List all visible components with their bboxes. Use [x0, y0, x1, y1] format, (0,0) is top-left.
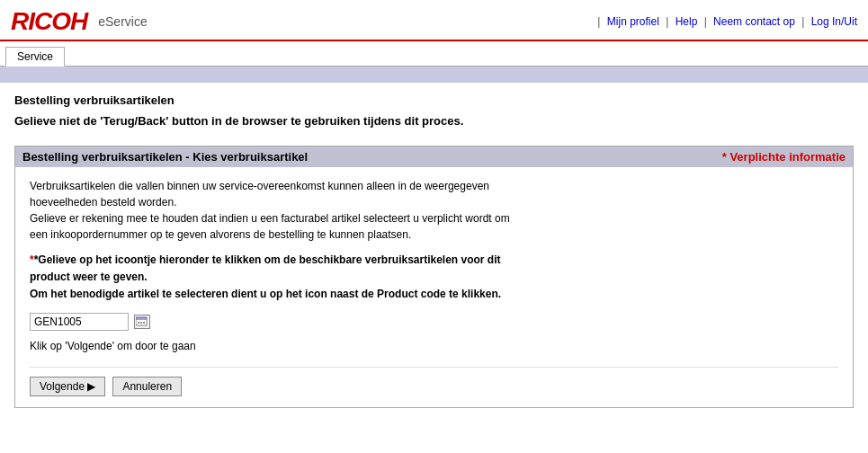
- purple-bar: [0, 67, 868, 83]
- info-line1: Verbruiksartikelen die vallen binnen uw …: [30, 180, 489, 192]
- product-code-input[interactable]: [30, 313, 129, 331]
- product-icon-button[interactable]: [134, 315, 150, 329]
- annuleren-button[interactable]: Annuleren: [112, 377, 182, 396]
- nav-separator: |: [597, 15, 600, 28]
- required-label: * Verplichte informatie: [722, 150, 846, 164]
- nav-separator: |: [666, 15, 671, 28]
- nav-separator: |: [704, 15, 710, 28]
- instr-line3: Om het benodigde artikel te selecteren d…: [30, 288, 501, 300]
- eservice-label: eService: [98, 14, 147, 29]
- page-title: Bestelling verbruiksartikelen: [14, 93, 854, 107]
- mijn-profiel-link[interactable]: Mijn profiel: [607, 15, 659, 28]
- help-link[interactable]: Help: [676, 15, 698, 28]
- svg-rect-2: [138, 322, 139, 324]
- instr-line1: *Gelieve op het icoontje hieronder te kl…: [34, 253, 501, 266]
- button-row: Volgende ▶ Annuleren: [30, 377, 838, 396]
- login-link[interactable]: Log In/Uit: [811, 15, 857, 28]
- header: RICOH eService | Mijn profiel | Help | N…: [0, 0, 868, 41]
- ricoh-logo: RICOH: [11, 7, 87, 36]
- instruction-text: **Gelieve op het icoontje hieronder te k…: [30, 252, 838, 304]
- contact-link[interactable]: Neem contact op: [713, 15, 795, 28]
- section-title: Bestelling verbruiksartikelen - Kies ver…: [22, 150, 308, 164]
- instr-line2: product weer te geven.: [30, 271, 148, 283]
- svg-rect-3: [140, 322, 142, 324]
- info-line4: een inkoopordernummer op te geven alvore…: [30, 228, 411, 241]
- svg-rect-1: [136, 317, 147, 320]
- nav-separator: |: [801, 15, 807, 28]
- header-left: RICOH eService: [11, 7, 148, 36]
- warning-text: Gelieve niet de 'Terug/Back' button in d…: [14, 114, 854, 128]
- header-nav: | Mijn profiel | Help | Neem contact op …: [594, 15, 857, 28]
- info-line3: Gelieve er rekening mee te houden dat in…: [30, 212, 510, 225]
- service-tab[interactable]: Service: [5, 47, 65, 67]
- tab-bar: Service: [0, 41, 868, 67]
- volgende-button[interactable]: Volgende ▶: [30, 377, 105, 396]
- click-instruction: Klik op 'Volgende' om door te gaan: [30, 340, 838, 352]
- section-box: Bestelling verbruiksartikelen - Kies ver…: [14, 146, 854, 408]
- main-content: Bestelling verbruiksartikelen Gelieve ni…: [0, 83, 868, 419]
- info-text: Verbruiksartikelen die vallen binnen uw …: [30, 178, 838, 243]
- section-body: Verbruiksartikelen die vallen binnen uw …: [15, 167, 853, 407]
- info-line2: hoeveelheden besteld worden.: [30, 196, 176, 209]
- svg-rect-4: [143, 322, 145, 324]
- product-row: [30, 313, 838, 331]
- section-header: Bestelling verbruiksartikelen - Kies ver…: [15, 147, 853, 167]
